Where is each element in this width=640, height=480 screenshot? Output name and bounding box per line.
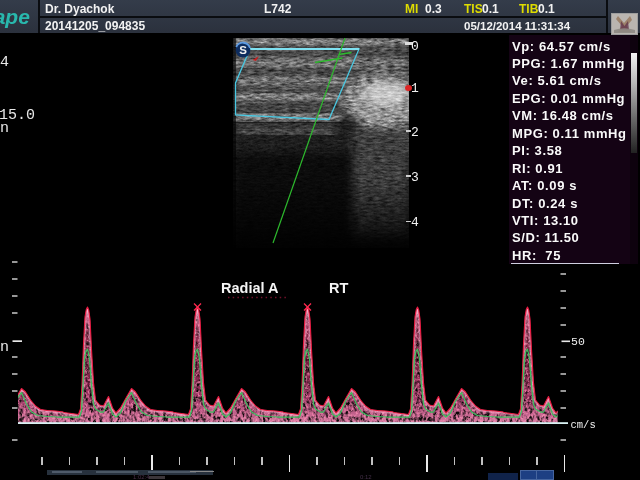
svg-text:Radial A: Radial A: [221, 280, 279, 296]
svg-text:50: 50: [571, 335, 585, 348]
svg-text:cm/s: cm/s: [571, 419, 596, 431]
svg-text:S: S: [239, 44, 247, 56]
svg-text:RT: RT: [329, 280, 348, 296]
